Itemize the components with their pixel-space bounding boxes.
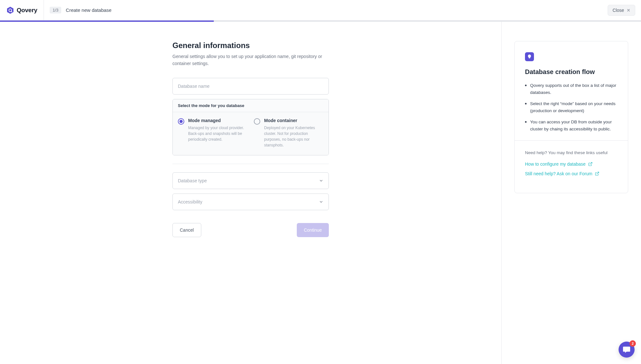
external-link-icon: [588, 162, 593, 166]
continue-button-label: Continue: [304, 228, 322, 233]
brand-name: Qovery: [17, 7, 37, 14]
mode-title: Mode container: [264, 118, 323, 123]
page-description: General settings allow you to set up you…: [172, 53, 329, 67]
divider: [172, 164, 329, 164]
chevron-down-icon: [319, 178, 323, 183]
page-step-title: Create new database: [66, 7, 112, 13]
external-link-icon: [595, 171, 599, 176]
svg-point-2: [11, 11, 12, 12]
mode-option-container[interactable]: Mode containerDeployed on your Kubernete…: [254, 118, 323, 148]
cancel-button[interactable]: Cancel: [172, 223, 201, 237]
info-bullet: You can access your DB from outside your…: [525, 119, 618, 132]
brand[interactable]: Qovery: [0, 0, 44, 20]
continue-button[interactable]: Continue: [297, 223, 329, 237]
info-bullet: Qovery supports out of the box a list of…: [525, 82, 618, 96]
close-button-label: Close: [612, 8, 624, 13]
cancel-button-label: Cancel: [180, 228, 194, 233]
svg-line-3: [590, 162, 592, 164]
step-indicator: 1/3: [50, 7, 61, 13]
info-card: Database creation flow Qovery supports o…: [514, 41, 628, 193]
info-bullet-list: Qovery supports out of the box a list of…: [525, 82, 618, 133]
topbar: Qovery 1/3 Create new database Close: [0, 0, 641, 21]
chat-launcher[interactable]: 2: [619, 342, 635, 358]
mode-section-header: Select the mode for you database: [173, 99, 329, 112]
help-link[interactable]: Still need help? Ask on our Forum: [525, 171, 618, 176]
svg-line-4: [597, 172, 599, 174]
close-icon: [627, 8, 630, 12]
help-intro: Need help? You may find these links usef…: [525, 150, 618, 155]
radio-managed[interactable]: [178, 118, 184, 125]
database-name-input[interactable]: [172, 78, 329, 95]
info-bullet: Select the right “mode” based on your ne…: [525, 100, 618, 114]
page-title: General informations: [172, 41, 329, 50]
lightbulb-badge: [525, 52, 534, 61]
topbar-left: Qovery 1/3 Create new database: [0, 0, 112, 20]
chat-icon: [622, 345, 631, 354]
info-sidebar: Database creation flow Qovery supports o…: [502, 22, 641, 212]
info-title: Database creation flow: [525, 68, 618, 76]
chat-unread-badge: 2: [629, 340, 636, 347]
radio-container[interactable]: [254, 118, 260, 125]
info-separator: [515, 140, 628, 141]
close-button[interactable]: Close: [608, 5, 635, 16]
database-type-placeholder: Database type: [178, 178, 207, 183]
help-link-label: How to configure my database: [525, 161, 586, 167]
accessibility-placeholder: Accessibility: [178, 199, 202, 204]
database-type-select[interactable]: Database type: [172, 172, 329, 189]
mode-title: Mode managed: [188, 118, 247, 123]
qovery-logo-icon: [6, 6, 14, 14]
help-link-label: Still need help? Ask on our Forum: [525, 171, 592, 176]
lightbulb-icon: [527, 54, 532, 59]
help-link[interactable]: How to configure my database: [525, 161, 618, 167]
mode-subtitle: Deployed on your Kubernetes cluster. Not…: [264, 125, 323, 148]
mode-option-managed[interactable]: Mode managedManaged by your cloud provid…: [178, 118, 247, 148]
accessibility-select[interactable]: Accessibility: [172, 194, 329, 210]
mode-subtitle: Managed by your cloud provider. Back-ups…: [188, 125, 247, 142]
mode-section: Select the mode for you database Mode ma…: [172, 99, 329, 155]
svg-marker-0: [7, 7, 13, 14]
chevron-down-icon: [319, 200, 323, 204]
